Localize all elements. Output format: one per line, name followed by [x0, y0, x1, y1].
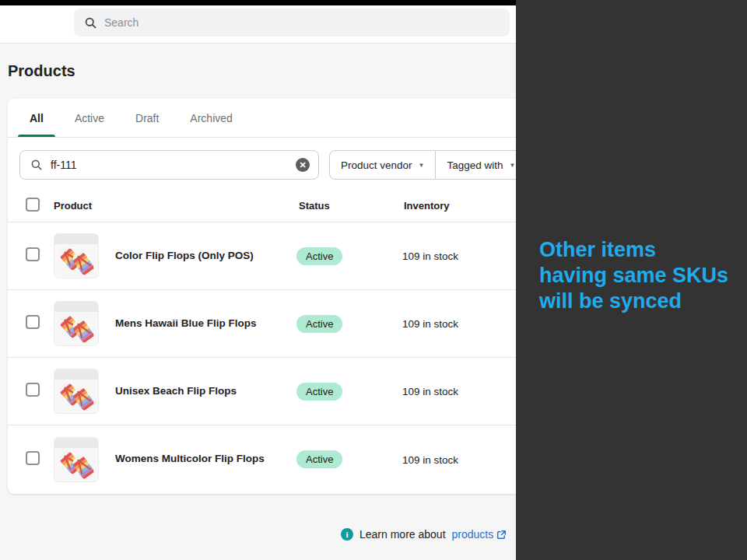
filter-area: ✕ Product vendor ▼ Tagged with ▼: [8, 138, 516, 190]
products-link-label: products: [452, 528, 494, 541]
status-badge: Active: [296, 383, 342, 401]
tab-active[interactable]: Active: [63, 99, 116, 137]
column-product: Product: [54, 200, 92, 212]
select-all-checkbox[interactable]: [26, 198, 40, 212]
status-badge: Active: [296, 247, 342, 265]
app-header: [0, 5, 516, 44]
product-vendor-label: Product vendor: [341, 159, 412, 171]
table-row[interactable]: Mens Hawaii Blue Flip Flops Active 109 i…: [8, 290, 516, 358]
status-badge: Active: [296, 450, 342, 468]
inventory-value: 109 in stock: [402, 386, 458, 397]
status-badge: Active: [296, 315, 342, 333]
product-search-input[interactable]: [51, 159, 288, 171]
product-vendor-filter[interactable]: Product vendor ▼: [330, 151, 435, 179]
annotation-line: having same SKUs: [539, 263, 728, 289]
top-black-bar: [0, 0, 516, 5]
inventory-value: 109 in stock: [402, 454, 458, 466]
table-row[interactable]: Color Flip Flops (Only POS) Active 109 i…: [8, 222, 516, 290]
global-search[interactable]: [74, 9, 510, 37]
tab-bar: All Active Draft Archived: [8, 99, 516, 138]
row-checkbox[interactable]: [26, 451, 40, 465]
product-thumbnail: [54, 301, 99, 346]
product-title[interactable]: Unisex Beach Flip Flops: [115, 385, 237, 397]
clear-search-icon[interactable]: ✕: [296, 158, 310, 172]
tab-draft[interactable]: Draft: [124, 99, 170, 137]
annotation-text: Other items having same SKUs will be syn…: [539, 237, 728, 314]
table-header: Product Status Inventory: [8, 190, 516, 222]
annotation-panel: Other items having same SKUs will be syn…: [516, 0, 747, 560]
inventory-value: 109 in stock: [402, 250, 458, 262]
chevron-down-icon: ▼: [419, 162, 425, 169]
table-row[interactable]: Unisex Beach Flip Flops Active 109 in st…: [8, 358, 516, 425]
product-title[interactable]: Womens Multicolor Flip Flops: [115, 453, 265, 464]
tab-all[interactable]: All: [18, 99, 55, 137]
page-title: Products: [8, 62, 75, 80]
chevron-down-icon: ▼: [510, 162, 516, 169]
external-link-icon: [496, 530, 507, 540]
filter-group: Product vendor ▼ Tagged with ▼: [329, 150, 516, 180]
product-title[interactable]: Color Flip Flops (Only POS): [115, 250, 254, 261]
row-checkbox[interactable]: [26, 383, 40, 397]
row-checkbox[interactable]: [26, 315, 40, 329]
product-thumbnail: [54, 233, 99, 278]
global-search-input[interactable]: [104, 16, 447, 29]
column-inventory: Inventory: [404, 200, 450, 212]
footer-text: Learn more about: [359, 528, 446, 541]
tab-archived[interactable]: Archived: [178, 99, 244, 137]
learn-more-footer: i Learn more about products: [341, 526, 507, 543]
products-link[interactable]: products: [452, 528, 507, 541]
row-checkbox[interactable]: [26, 247, 40, 261]
inventory-value: 109 in stock: [402, 318, 458, 330]
search-icon: [84, 16, 97, 30]
tagged-with-label: Tagged with: [447, 159, 503, 171]
column-status: Status: [299, 200, 330, 212]
table-row[interactable]: Womens Multicolor Flip Flops Active 109 …: [8, 425, 516, 493]
product-title[interactable]: Mens Hawaii Blue Flip Flops: [115, 317, 257, 329]
admin-pane: Products All Active Draft Archived ✕ Pro…: [0, 0, 516, 560]
annotation-line: Other items: [539, 237, 728, 263]
product-thumbnail: [54, 437, 99, 482]
search-icon: [30, 159, 43, 171]
products-card: All Active Draft Archived ✕ Product vend…: [8, 99, 516, 494]
annotation-line: will be synced: [539, 289, 728, 314]
product-thumbnail: [54, 369, 99, 414]
product-filter-search[interactable]: ✕: [19, 150, 319, 180]
tagged-with-filter[interactable]: Tagged with ▼: [435, 151, 516, 179]
info-icon: i: [341, 528, 353, 541]
